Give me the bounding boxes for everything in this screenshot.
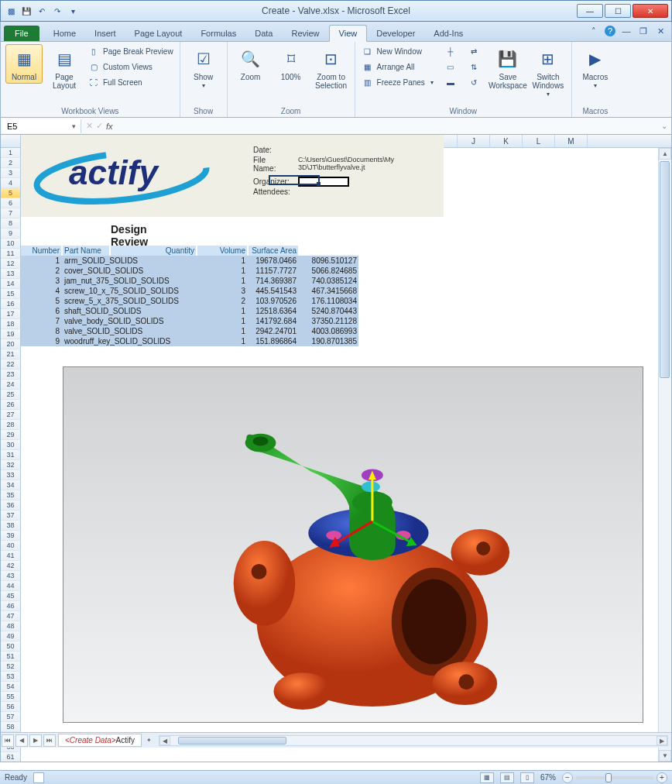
- row-header[interactable]: 22: [1, 359, 21, 370]
- qa-more-icon[interactable]: ▾: [66, 4, 80, 18]
- row-header[interactable]: 61: [1, 752, 21, 762]
- col-header-J[interactable]: J: [458, 135, 490, 147]
- row-header[interactable]: 18: [1, 319, 21, 329]
- full-screen-button[interactable]: ⛶Full Screen: [86, 75, 175, 89]
- hide-button[interactable]: ▭: [443, 60, 458, 74]
- normal-view-button[interactable]: ▦ Normal: [5, 44, 43, 84]
- table-cell[interactable]: 37350.21128: [300, 316, 358, 326]
- row-header[interactable]: 26: [1, 400, 21, 410]
- row-header[interactable]: 27: [1, 410, 21, 420]
- doc-close-icon[interactable]: ✕: [654, 25, 667, 37]
- table-cell[interactable]: 2: [21, 266, 61, 276]
- table-cell[interactable]: woodruff_key_SOLID_SOLIDS: [63, 336, 194, 346]
- row-header[interactable]: 48: [1, 621, 21, 631]
- view-normal-icon[interactable]: ▦: [480, 772, 494, 783]
- page-layout-button[interactable]: ▤ Page Layout: [46, 44, 83, 92]
- row-header[interactable]: 47: [1, 611, 21, 621]
- row-header[interactable]: 45: [1, 591, 21, 601]
- tab-nav-first[interactable]: ⏮: [2, 734, 14, 747]
- macros-button[interactable]: ▶Macros▾: [577, 44, 614, 92]
- row-header[interactable]: 4: [1, 178, 21, 188]
- row-header[interactable]: 7: [1, 208, 21, 218]
- scroll-up-icon[interactable]: ▲: [659, 148, 671, 160]
- tab-nav-prev[interactable]: ◀: [15, 734, 28, 747]
- tab-addins[interactable]: Add-Ins: [424, 26, 472, 41]
- row-header[interactable]: 15: [1, 289, 21, 299]
- tab-insert[interactable]: Insert: [85, 26, 125, 41]
- row-header[interactable]: 55: [1, 692, 21, 702]
- table-cell[interactable]: 8096.510127: [300, 256, 358, 266]
- table-cell[interactable]: 1: [197, 276, 247, 286]
- table-cell[interactable]: 1: [197, 336, 247, 346]
- row-header[interactable]: 34: [1, 480, 21, 490]
- col-header-M[interactable]: M: [555, 135, 588, 147]
- tab-nav-next[interactable]: ▶: [29, 734, 42, 747]
- scroll-left-icon[interactable]: ◀: [159, 736, 170, 745]
- row-header[interactable]: 46: [1, 601, 21, 611]
- close-button[interactable]: ✕: [633, 4, 668, 18]
- row-header[interactable]: 33: [1, 470, 21, 480]
- row-header[interactable]: 42: [1, 561, 21, 571]
- row-header[interactable]: 38: [1, 521, 21, 531]
- table-cell[interactable]: 190.8701385: [300, 336, 358, 346]
- row-header[interactable]: 49: [1, 631, 21, 641]
- row-header[interactable]: 44: [1, 581, 21, 591]
- table-cell[interactable]: 8: [21, 326, 61, 336]
- page-break-preview-button[interactable]: ▯Page Break Preview: [86, 44, 175, 58]
- minimize-button[interactable]: —: [577, 4, 603, 18]
- table-cell[interactable]: arm_SOLID_SOLIDS: [63, 256, 194, 266]
- new-sheet-icon[interactable]: ✦: [142, 734, 155, 747]
- row-header[interactable]: 28: [1, 420, 21, 430]
- table-cell[interactable]: 151.896864: [249, 336, 298, 346]
- table-cell[interactable]: 5240.870443: [300, 306, 358, 316]
- row-header[interactable]: 53: [1, 672, 21, 682]
- sync-scroll-button[interactable]: ⇅: [466, 60, 482, 74]
- table-cell[interactable]: 4: [21, 286, 61, 296]
- row-header[interactable]: 29: [1, 430, 21, 440]
- col-header-K[interactable]: K: [490, 135, 523, 147]
- table-cell[interactable]: 1: [197, 316, 247, 326]
- worksheet[interactable]: ABCDEFGHIJKLM 12345678910111213141516171…: [0, 135, 672, 762]
- row-header[interactable]: 23: [1, 370, 21, 380]
- table-cell[interactable]: 6: [21, 306, 61, 316]
- table-cell[interactable]: valve_SOLID_SOLIDS: [63, 326, 194, 336]
- row-header[interactable]: 57: [1, 712, 21, 722]
- row-header[interactable]: 41: [1, 551, 21, 561]
- doc-restore-icon[interactable]: ❐: [637, 25, 650, 37]
- maximize-button[interactable]: ☐: [605, 4, 631, 18]
- row-header[interactable]: 39: [1, 531, 21, 541]
- fx-icon[interactable]: fx: [106, 122, 113, 131]
- table-cell[interactable]: 19678.0466: [249, 256, 298, 266]
- table-cell[interactable]: 4003.086993: [300, 326, 358, 336]
- table-cell[interactable]: 141792.684: [249, 316, 298, 326]
- row-header[interactable]: 58: [1, 722, 21, 732]
- table-cell[interactable]: 1: [197, 266, 247, 276]
- zoom-out-button[interactable]: −: [562, 772, 573, 783]
- row-header[interactable]: 11: [1, 249, 21, 259]
- split-button[interactable]: ┼: [443, 44, 458, 58]
- table-cell[interactable]: screw_5_x_375_SOLID_SOLIDS: [63, 296, 194, 306]
- table-cell[interactable]: 9: [21, 336, 61, 346]
- col-header-L[interactable]: L: [523, 135, 555, 147]
- table-cell[interactable]: 7: [21, 316, 61, 326]
- vscroll-thumb[interactable]: [660, 161, 670, 378]
- zoom-button[interactable]: 🔍Zoom: [232, 44, 269, 84]
- row-header[interactable]: 30: [1, 440, 21, 450]
- namebox-dropdown-icon[interactable]: ▾: [72, 122, 76, 130]
- row-header[interactable]: 52: [1, 662, 21, 672]
- table-cell[interactable]: 1: [197, 256, 247, 266]
- custom-views-button[interactable]: ▢Custom Views: [86, 60, 175, 74]
- unhide-button[interactable]: ▬: [443, 75, 458, 89]
- view-layout-icon[interactable]: ▤: [500, 772, 514, 783]
- table-cell[interactable]: 2: [197, 296, 247, 306]
- tab-home[interactable]: Home: [44, 26, 85, 41]
- help-icon[interactable]: ?: [605, 26, 615, 36]
- row-header[interactable]: 31: [1, 450, 21, 460]
- sheet-tab-create-data[interactable]: <Create Data>Actify: [58, 734, 142, 747]
- row-header[interactable]: 3: [1, 168, 21, 178]
- tab-nav-last[interactable]: ⏭: [43, 734, 56, 747]
- row-header[interactable]: 50: [1, 641, 21, 652]
- table-cell[interactable]: 12518.6364: [249, 306, 298, 316]
- row-header[interactable]: 5: [1, 188, 21, 198]
- row-header[interactable]: 1: [1, 148, 21, 158]
